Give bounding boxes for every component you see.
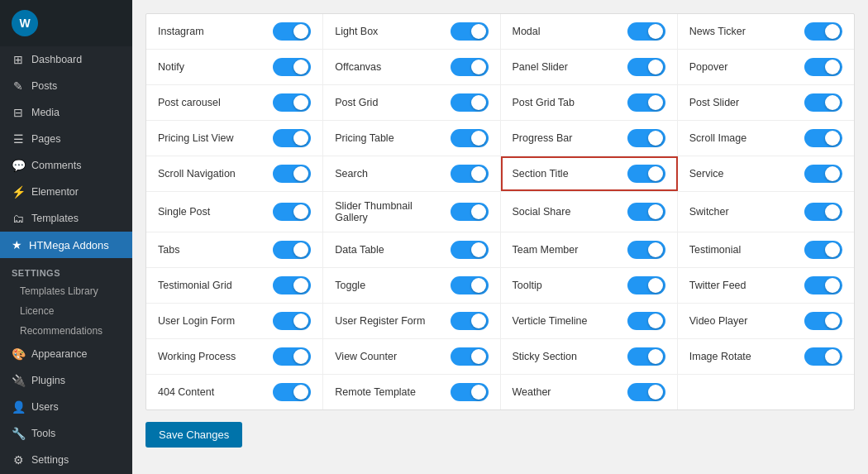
toggle-switch[interactable] xyxy=(273,203,311,221)
feature-label: Panel Slider xyxy=(513,61,619,73)
toggle-switch[interactable] xyxy=(804,165,842,183)
feature-label: Instagram xyxy=(158,26,265,37)
table-row: Pricing List ViewPricing TableProgress B… xyxy=(146,121,854,156)
toggle-switch[interactable] xyxy=(627,58,665,76)
toggle-cell: Section Title xyxy=(501,156,678,191)
toggle-switch[interactable] xyxy=(451,129,489,147)
feature-label: Weather xyxy=(513,386,619,398)
toggle-switch[interactable] xyxy=(627,165,665,183)
toggle-switch[interactable] xyxy=(804,58,842,76)
sidebar-item-plugins[interactable]: 🔌 Plugins xyxy=(0,367,132,394)
toggle-switch[interactable] xyxy=(627,129,665,147)
toggle-switch[interactable] xyxy=(273,22,311,41)
sidebar-item-htmega[interactable]: ★ HTMega Addons xyxy=(0,232,132,258)
toggle-switch[interactable] xyxy=(804,93,842,112)
toggle-switch[interactable] xyxy=(804,276,842,294)
toggle-switch[interactable] xyxy=(804,22,842,41)
feature-label: Social Share xyxy=(513,206,619,218)
toggle-switch[interactable] xyxy=(804,129,842,147)
save-changes-button[interactable]: Save Changes xyxy=(145,422,242,448)
toggle-switch[interactable] xyxy=(451,93,489,112)
toggle-switch[interactable] xyxy=(451,383,489,401)
toggle-cell: News Ticker xyxy=(678,14,854,49)
toggle-cell: Offcanvas xyxy=(323,50,500,84)
users-icon: 👤 xyxy=(12,400,25,414)
toggle-switch[interactable] xyxy=(627,383,665,401)
toggle-switch[interactable] xyxy=(627,312,665,330)
toggle-cell: Scroll Navigation xyxy=(146,156,323,191)
feature-label: Modal xyxy=(513,26,619,37)
sidebar-item-pages[interactable]: ☰ Pages xyxy=(0,126,132,152)
sidebar-item-elementor[interactable]: ⚡ Elementor xyxy=(0,179,132,205)
toggle-cell: Progress Bar xyxy=(501,121,678,156)
toggle-switch[interactable] xyxy=(273,312,311,330)
sidebar-sub-templates-library[interactable]: Templates Library xyxy=(0,281,132,301)
table-row: 404 ContentRemote TemplateWeather xyxy=(146,375,854,409)
toggle-switch[interactable] xyxy=(451,347,489,366)
toggle-switch[interactable] xyxy=(451,241,489,259)
toggle-switch[interactable] xyxy=(804,241,842,259)
toggle-switch[interactable] xyxy=(273,58,311,76)
toggle-switch[interactable] xyxy=(627,276,665,294)
toggle-switch[interactable] xyxy=(627,241,665,259)
feature-label: Service xyxy=(689,168,796,180)
sidebar-sub-licence[interactable]: Licence xyxy=(0,301,132,321)
toggle-cell: Popover xyxy=(678,50,854,84)
toggle-cell: Remote Template xyxy=(323,375,500,409)
table-row: User Login FormUser Register FormVerticl… xyxy=(146,304,854,339)
dashboard-icon: ⊞ xyxy=(12,53,25,66)
toggle-cell: Team Member xyxy=(501,232,678,267)
table-row: Single PostSlider Thumbnail GallerySocia… xyxy=(146,192,854,232)
media-icon: ⊟ xyxy=(12,106,25,119)
toggle-switch[interactable] xyxy=(451,22,489,41)
toggle-switch[interactable] xyxy=(273,129,311,147)
sidebar: W ⊞ Dashboard ✎ Posts ⊟ Media ☰ Pages 💬 … xyxy=(0,0,132,474)
table-row: TabsData TableTeam MemberTestimonial xyxy=(146,232,854,268)
toggle-cell: Testimonial xyxy=(678,232,854,267)
sidebar-item-appearance[interactable]: 🎨 Appearance xyxy=(0,341,132,367)
toggle-switch[interactable] xyxy=(451,203,489,221)
table-row: Testimonial GridToggleTooltipTwitter Fee… xyxy=(146,268,854,304)
sidebar-item-comments[interactable]: 💬 Comments xyxy=(0,152,132,179)
sidebar-item-tools[interactable]: 🔧 Tools xyxy=(0,420,132,447)
toggle-switch[interactable] xyxy=(273,241,311,259)
toggle-cell: Switcher xyxy=(678,192,854,232)
toggle-switch[interactable] xyxy=(451,276,489,294)
toggle-switch[interactable] xyxy=(273,383,311,401)
sidebar-sub-recommendations[interactable]: Recommendations xyxy=(0,321,132,341)
sidebar-item-templates[interactable]: 🗂 Templates xyxy=(0,205,132,232)
toggle-cell: Data Table xyxy=(323,232,500,267)
sidebar-item-posts[interactable]: ✎ Posts xyxy=(0,73,132,99)
sidebar-item-settings[interactable]: ⚙ Settings xyxy=(0,447,132,473)
plugins-icon: 🔌 xyxy=(12,374,25,387)
toggle-switch[interactable] xyxy=(451,58,489,76)
toggle-switch[interactable] xyxy=(273,347,311,366)
sidebar-logo[interactable]: W xyxy=(0,0,132,46)
sidebar-item-dashboard[interactable]: ⊞ Dashboard xyxy=(0,46,132,73)
toggle-switch[interactable] xyxy=(451,165,489,183)
toggle-switch[interactable] xyxy=(627,203,665,221)
toggle-cell: Post Grid Tab xyxy=(501,85,678,120)
toggle-switch[interactable] xyxy=(627,93,665,112)
feature-label: Twitter Feed xyxy=(689,280,796,291)
feature-label: 404 Content xyxy=(158,386,265,398)
toggle-switch[interactable] xyxy=(627,22,665,41)
toggle-switch[interactable] xyxy=(804,203,842,221)
toggle-switch[interactable] xyxy=(273,165,311,183)
toggle-cell: Slider Thumbnail Gallery xyxy=(323,192,500,232)
settings-section-label: Settings xyxy=(0,258,132,281)
sidebar-item-label: Appearance xyxy=(31,348,87,360)
sidebar-item-users[interactable]: 👤 Users xyxy=(0,394,132,420)
posts-icon: ✎ xyxy=(12,79,25,93)
feature-label: Toggle xyxy=(335,280,441,291)
feature-label: Working Process xyxy=(158,351,265,362)
sidebar-item-media[interactable]: ⊟ Media xyxy=(0,99,132,126)
toggle-switch[interactable] xyxy=(804,347,842,366)
toggle-switch[interactable] xyxy=(273,276,311,294)
toggle-switch[interactable] xyxy=(627,347,665,366)
toggle-switch[interactable] xyxy=(804,312,842,330)
toggle-switch[interactable] xyxy=(273,93,311,112)
feature-label: User Register Form xyxy=(335,315,441,327)
feature-label: Single Post xyxy=(158,206,265,218)
toggle-switch[interactable] xyxy=(451,312,489,330)
